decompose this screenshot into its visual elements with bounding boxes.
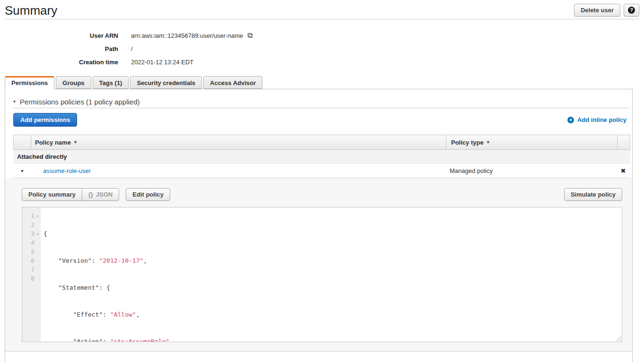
line-number: 5 [31, 248, 35, 255]
add-permissions-button[interactable]: Add permissions [13, 113, 77, 127]
policy-type-cell: Managed policy [445, 167, 616, 174]
policy-actions-row: Add permissions + Add inline policy [13, 113, 627, 126]
json-view-button[interactable]: {} JSON [82, 188, 120, 201]
detach-policy-icon[interactable]: ✖ [621, 167, 626, 174]
policy-table-row: ▾ assume-role-user Managed policy ✖ [13, 164, 630, 178]
header-actions: Delete user ? [574, 4, 639, 17]
line-number: 2 [31, 221, 35, 228]
code-line: { [44, 229, 622, 238]
tab-bar: Permissions Groups Tags (1) Security cre… [5, 76, 644, 89]
braces-icon: {} [88, 191, 93, 198]
policy-name-header-label: Policy name [35, 139, 71, 146]
actions-column-header [617, 135, 630, 149]
fold-caret-icon[interactable]: ▾ [35, 212, 40, 221]
help-button[interactable]: ? [624, 4, 639, 17]
permissions-policies-heading: Permissions policies (1 policy applied) [20, 98, 139, 106]
permissions-tab-panel: ▾ Permissions policies (1 policy applied… [5, 89, 633, 362]
tab-security-credentials[interactable]: Security credentials [130, 76, 202, 89]
add-inline-policy-label: Add inline policy [577, 116, 627, 123]
line-number: 1 [31, 212, 35, 219]
detail-row-creation-time: Creation time 2022-01-12 13:24 EDT [0, 55, 644, 69]
policy-detail-actions: Policy summary {} JSON Edit policy Simul… [22, 188, 622, 201]
row-expander-caret-icon[interactable]: ▾ [13, 168, 31, 173]
policy-name-column-header[interactable]: Policy name ▾ [31, 135, 446, 149]
permissions-policies-section-toggle[interactable]: ▾ Permissions policies (1 policy applied… [5, 89, 632, 108]
sort-caret-icon: ▾ [74, 140, 77, 145]
code-line: "Statement": { [44, 283, 622, 292]
code-line: "Effect": "Allow", [44, 310, 622, 319]
tab-permissions[interactable]: Permissions [5, 76, 54, 89]
user-details: User ARN arn:aws:iam::123456789:user/use… [0, 29, 644, 69]
code-line: "Version": "2012-10-17", [44, 256, 622, 265]
policy-type-column-header[interactable]: Policy type ▾ [446, 135, 617, 149]
tab-groups[interactable]: Groups [56, 76, 91, 89]
user-arn-label: User ARN [0, 32, 118, 39]
section-divider [13, 108, 629, 108]
fold-caret-icon[interactable]: ▾ [35, 230, 40, 239]
policy-json-editor: 1▾ 2 3▾ 4 5 6 7 8 { "Version": "2012-10-… [22, 207, 622, 342]
expander-column-header [14, 135, 31, 149]
plus-icon: + [567, 117, 574, 123]
policies-table-header: Policy name ▾ Policy type ▾ [13, 135, 630, 150]
group-row-label: Attached directly [17, 153, 67, 160]
path-value: / [131, 45, 133, 52]
code-line: "Action": "sts:AssumeRole", [44, 337, 622, 342]
page-header: Summary Delete user ? [5, 0, 639, 19]
view-toggle-group: Policy summary {} JSON [22, 188, 119, 201]
edit-policy-button[interactable]: Edit policy [126, 188, 170, 201]
attached-directly-group-row: Attached directly [13, 150, 630, 164]
collapse-caret-icon: ▾ [13, 99, 16, 104]
policy-summary-button[interactable]: Policy summary [22, 188, 82, 201]
copy-arn-icon[interactable]: ⧉ [247, 32, 252, 39]
line-number: 7 [31, 266, 35, 273]
policy-type-header-label: Policy type [451, 139, 484, 146]
user-arn-value: arn:aws:iam::123456789:user/user-name [131, 32, 243, 39]
simulate-policy-button[interactable]: Simulate policy [564, 188, 622, 201]
detail-row-user-arn: User ARN arn:aws:iam::123456789:user/use… [0, 29, 644, 42]
tab-access-advisor[interactable]: Access Advisor [203, 76, 262, 89]
editor-code-area[interactable]: { "Version": "2012-10-17", "Statement": … [41, 207, 622, 342]
path-label: Path [0, 45, 118, 52]
policies-table: Policy name ▾ Policy type ▾ Attached dir… [13, 135, 630, 178]
page-title: Summary [5, 3, 57, 18]
detail-row-path: Path / [0, 42, 644, 55]
add-inline-policy-link[interactable]: + Add inline policy [567, 116, 627, 123]
creation-time-value: 2022-01-12 13:24 EDT [131, 59, 193, 66]
sort-caret-icon: ▾ [487, 140, 489, 145]
line-number: 4 [31, 239, 35, 246]
line-number: 3 [31, 230, 35, 237]
json-button-label: JSON [96, 191, 113, 198]
tab-tags[interactable]: Tags (1) [93, 76, 129, 89]
creation-time-label: Creation time [0, 59, 118, 66]
policy-name-link[interactable]: assume-role-user [43, 167, 91, 174]
editor-gutter: 1▾ 2 3▾ 4 5 6 7 8 [22, 207, 41, 342]
line-number: 8 [31, 275, 35, 282]
policy-detail-expanded: Policy summary {} JSON Edit policy Simul… [5, 178, 632, 352]
delete-user-button[interactable]: Delete user [574, 4, 620, 17]
help-icon: ? [628, 7, 635, 14]
line-number: 6 [31, 257, 35, 264]
